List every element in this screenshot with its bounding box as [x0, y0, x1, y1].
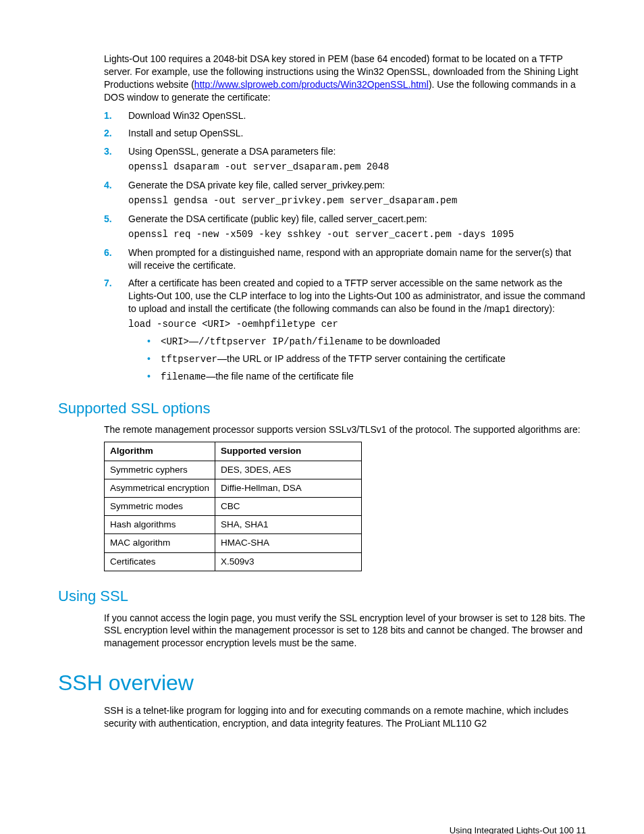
step-1: 1. Download Win32 OpenSSL. — [104, 109, 586, 122]
step-5: 5. Generate the DSA certificate (public … — [104, 213, 586, 241]
table-cell: Symmetric modes — [105, 497, 215, 515]
ssh-overview-heading: SSH overview — [58, 669, 586, 698]
table-row: Asymmetrical encryptionDiffie-Hellman, D… — [105, 479, 362, 497]
table-header: Supported version — [215, 442, 362, 461]
table-cell: DES, 3DES, AES — [215, 461, 362, 479]
table-header: Algorithm — [105, 442, 215, 461]
step-code: openssl dsaparam -out server_dsaparam.pe… — [128, 161, 586, 174]
bullet-code: tftpserver — [161, 354, 217, 365]
table-row: CertificatesX.509v3 — [105, 552, 362, 571]
step-code: openssl req -new -x509 -key sshkey -out … — [128, 228, 586, 241]
table-cell: Symmetric cyphers — [105, 461, 215, 479]
step-4: 4. Generate the DSA private key file, ca… — [104, 179, 586, 207]
step-7: 7. After a certificate has been created … — [104, 277, 586, 383]
step-number: 4. — [104, 179, 112, 192]
table-cell: Hash algorithms — [105, 516, 215, 534]
bullet-rest: to be downloaded — [363, 336, 440, 346]
step-number: 3. — [104, 145, 112, 158]
step-number: 1. — [104, 109, 112, 122]
step-2: 2. Install and setup OpenSSL. — [104, 127, 586, 140]
ssh-overview-paragraph: SSH is a telnet-like program for logging… — [104, 704, 586, 730]
using-ssl-heading: Using SSL — [58, 586, 586, 606]
table-cell: Certificates — [105, 552, 215, 571]
table-cell: Diffie-Hellman, DSA — [215, 479, 362, 497]
intro-paragraph: Lights-Out 100 requires a 2048-bit DSA k… — [104, 53, 586, 104]
table-cell: SHA, SHA1 — [215, 516, 362, 534]
bullet-sep: — — [189, 336, 198, 346]
supported-ssl-options-heading: Supported SSL options — [58, 398, 586, 419]
step-number: 6. — [104, 246, 112, 259]
table-row: Symmetric cyphersDES, 3DES, AES — [105, 461, 362, 479]
step-text: Install and setup OpenSSL. — [128, 128, 243, 138]
step-code: openssl gendsa -out server_privkey.pem s… — [128, 194, 586, 207]
bullet-code: filename — [161, 371, 206, 382]
table-cell: MAC algorithm — [105, 534, 215, 552]
using-ssl-paragraph: If you cannot access the login page, you… — [104, 612, 586, 650]
table-row: Hash algorithmsSHA, SHA1 — [105, 516, 362, 534]
step-6: 6. When prompted for a distinguished nam… — [104, 246, 586, 272]
step-text: When prompted for a distinguished name, … — [128, 247, 571, 271]
bullet-rest: —the file name of the certificate file — [206, 371, 354, 382]
bullet-rest: —the URL or IP address of the TFTP serve… — [217, 353, 506, 364]
instruction-list: 1. Download Win32 OpenSSL. 2. Install an… — [58, 109, 586, 384]
bullet-filename: filename—the file name of the certificat… — [147, 370, 586, 384]
step-number: 7. — [104, 277, 112, 290]
openssl-link[interactable]: http://www.slproweb.com/products/Win32Op… — [194, 79, 429, 90]
table-row: MAC algorithmHMAC-SHA — [105, 534, 362, 552]
page-footer: Using Integrated Lights-Out 100 11 — [58, 825, 586, 834]
bullet-code2: //tftpserver IP/path/filename — [198, 336, 363, 347]
table-header-row: Algorithm Supported version — [105, 442, 362, 461]
table-cell: Asymmetrical encryption — [105, 479, 215, 497]
step-text: Download Win32 OpenSSL. — [128, 110, 246, 121]
bullet-tftpserver: tftpserver—the URL or IP address of the … — [147, 353, 586, 366]
step-number: 5. — [104, 213, 112, 226]
step-code: load -source <URI> -oemhpfiletype cer — [128, 318, 586, 331]
ssl-options-paragraph: The remote management processor supports… — [104, 423, 586, 436]
bullet-code: <URI> — [161, 336, 189, 347]
table-row: Symmetric modesCBC — [105, 497, 362, 515]
sub-bullet-list: <URI>—//tftpserver IP/path/filename to b… — [147, 335, 586, 384]
algorithm-table: Algorithm Supported version Symmetric cy… — [104, 442, 362, 571]
step-text: Generate the DSA certificate (public key… — [128, 213, 427, 224]
step-text: Generate the DSA private key file, calle… — [128, 180, 385, 190]
step-3: 3. Using OpenSSL, generate a DSA paramet… — [104, 145, 586, 174]
step-number: 2. — [104, 127, 112, 140]
table-cell: HMAC-SHA — [215, 534, 362, 552]
step-text: After a certificate has been created and… — [128, 278, 585, 314]
step-text: Using OpenSSL, generate a DSA parameters… — [128, 146, 336, 157]
table-cell: CBC — [215, 497, 362, 515]
table-cell: X.509v3 — [215, 552, 362, 571]
bullet-uri: <URI>—//tftpserver IP/path/filename to b… — [147, 335, 586, 348]
